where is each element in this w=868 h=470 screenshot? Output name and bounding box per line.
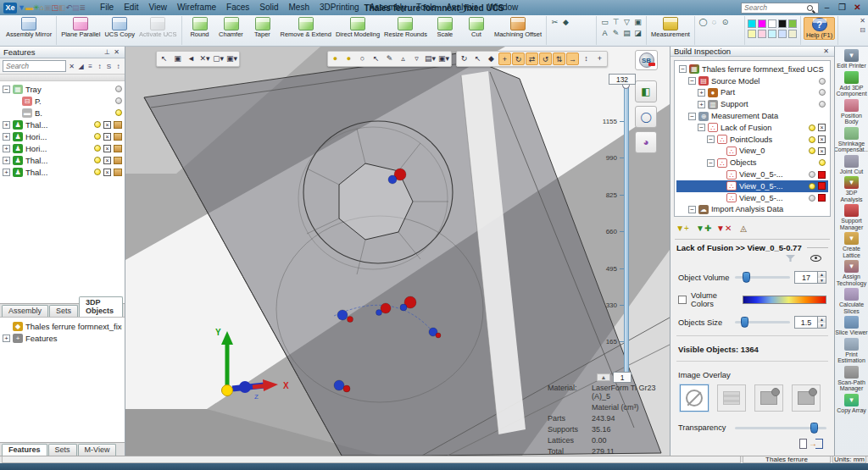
- tab-assembly[interactable]: Assembly: [2, 305, 48, 317]
- ribbon-button-help-f1-[interactable]: ?Help (F1): [804, 17, 835, 40]
- tool-icon[interactable]: ▽: [621, 17, 632, 27]
- defect-dot[interactable]: [388, 175, 397, 184]
- objects-size-value[interactable]: 1.5: [794, 316, 818, 329]
- toolbar-item-3dp-analysis[interactable]: ▾3DP Analysis: [835, 176, 868, 202]
- defect-dot[interactable]: [343, 385, 350, 392]
- viewport-tool-icon[interactable]: +: [498, 53, 511, 65]
- color-swatch[interactable]: [778, 19, 787, 28]
- inspection-tree-row[interactable]: −∴PointClouds×: [676, 134, 828, 146]
- menu-analysis[interactable]: Analysis: [441, 0, 482, 15]
- viewport-tool-icon[interactable]: ↻: [458, 53, 470, 65]
- tool-icon[interactable]: ▭: [599, 17, 610, 27]
- object-volume-spinner[interactable]: 17 ▲▼: [794, 271, 826, 284]
- viewport-tool-icon[interactable]: ●: [342, 53, 355, 65]
- toolbar-item-print-estimation[interactable]: Print Estimation: [835, 338, 868, 364]
- expander-icon[interactable]: +: [3, 145, 10, 152]
- viewport-tool-icon[interactable]: ▤▾: [424, 53, 437, 65]
- ribbon-button-measurement[interactable]: Measurement: [649, 17, 692, 38]
- close-button[interactable]: ✕: [850, 1, 865, 14]
- tab-m-view[interactable]: M-View: [78, 444, 117, 456]
- inspection-tree-row[interactable]: ∴View_0_5-...: [676, 180, 828, 192]
- ribbon-button-cut[interactable]: Cut: [461, 17, 492, 38]
- color-swatch[interactable]: [778, 30, 787, 38]
- slider-top-value[interactable]: 132: [609, 74, 636, 85]
- viewport-tool-icon[interactable]: ⇄: [526, 53, 538, 65]
- sort-icon[interactable]: ↕: [114, 63, 122, 70]
- tool-icon[interactable]: A: [599, 28, 610, 38]
- tool-icon[interactable]: ◪: [632, 28, 643, 38]
- overlay-button-image-badge-2[interactable]: [792, 384, 821, 412]
- undo-icon[interactable]: ↶: [65, 3, 72, 12]
- spin-down-icon[interactable]: ▼: [818, 278, 826, 284]
- viewport-tool-icon[interactable]: ✎: [383, 53, 396, 65]
- viewport-tool-icon[interactable]: ⇅: [553, 53, 565, 65]
- inspection-action-icon-2[interactable]: ▼✚: [696, 223, 709, 235]
- menu-view[interactable]: View: [143, 0, 172, 15]
- viewport-tool-icon[interactable]: ○: [356, 53, 369, 65]
- color-swatch[interactable]: [748, 19, 756, 28]
- menu-3dprinting[interactable]: 3DPrinting: [314, 0, 364, 15]
- menu-wireframe[interactable]: Wireframe: [172, 0, 221, 15]
- viewport-side-button-3[interactable]: ◕: [635, 131, 657, 153]
- clear-search-icon[interactable]: ✕: [68, 63, 75, 70]
- viewport-tool-icon[interactable]: ▵: [397, 53, 409, 65]
- ribbon-button-ucs-copy[interactable]: UCS Copy: [103, 17, 136, 38]
- expander-icon[interactable]: +: [3, 169, 10, 176]
- expander-icon[interactable]: +: [698, 101, 705, 108]
- toolbar-item-add-3dp-component[interactable]: Add 3DP Component: [835, 71, 868, 97]
- object-volume-value[interactable]: 17: [794, 271, 818, 284]
- ribbon-button-assembly-mirror[interactable]: Assembly Mirror: [4, 17, 53, 38]
- feature-tree-row[interactable]: −▦Tray: [0, 83, 125, 95]
- bulb-on-icon[interactable]: [809, 147, 815, 154]
- search-icon[interactable]: [807, 5, 813, 11]
- collapse-chevron-icon[interactable]: ▲: [597, 373, 610, 381]
- tool-icon[interactable]: ⊙: [720, 17, 731, 27]
- ribbon-button-round[interactable]: Round: [185, 17, 215, 38]
- bulb-off-icon[interactable]: [115, 86, 122, 92]
- menu-assembly[interactable]: Assembly: [364, 0, 411, 15]
- search-input[interactable]: [744, 3, 807, 12]
- viewport-tool-icon[interactable]: ▣▾: [225, 53, 238, 65]
- solid-box-icon[interactable]: [114, 145, 122, 152]
- bulb-on-icon[interactable]: [94, 121, 101, 128]
- feature-tree-row[interactable]: ⊟P.: [0, 95, 125, 107]
- toolbar-item-support-manager[interactable]: Support Manager: [835, 204, 868, 230]
- expander-icon[interactable]: −: [688, 77, 696, 85]
- feature-tree-row[interactable]: ▬B.: [0, 107, 125, 119]
- viewport-tool-icon[interactable]: ↖: [158, 53, 170, 65]
- expander-icon[interactable]: −: [688, 113, 696, 120]
- inspection-tree-row[interactable]: −∴CT Scan: [676, 215, 828, 217]
- viewport-tool-icon[interactable]: ◄: [185, 53, 198, 65]
- color-swatch-red[interactable]: [818, 171, 826, 179]
- checkbox-icon[interactable]: ×: [103, 145, 111, 152]
- features-search-input[interactable]: [3, 60, 66, 72]
- inspection-tree-row[interactable]: −⊕Measurement Data: [676, 110, 828, 122]
- ribbon-button-remove-extend[interactable]: Remove & Extend: [279, 17, 333, 38]
- tab-sets[interactable]: Sets: [49, 305, 78, 317]
- sort-icon[interactable]: ≡: [86, 63, 94, 70]
- close-icon[interactable]: ✕: [821, 47, 831, 55]
- sort-icon[interactable]: ↕: [96, 63, 103, 70]
- inspection-tree-row[interactable]: ∴View_0_5-...: [676, 192, 828, 204]
- ribbon-button-chamfer[interactable]: Chamfer: [216, 17, 247, 38]
- inspection-tree-row[interactable]: −▤Source Model: [676, 75, 828, 87]
- clipboard-icon[interactable]: ▤: [72, 3, 80, 12]
- color-swatch-red[interactable]: [818, 182, 826, 190]
- toolbar-item-copy-array[interactable]: ▾Copy Array: [835, 394, 868, 414]
- color-swatch[interactable]: [788, 30, 797, 38]
- bulb-on-icon[interactable]: [94, 133, 101, 140]
- exit-icon[interactable]: [815, 439, 823, 449]
- color-swatch-red[interactable]: [818, 194, 826, 202]
- expander-icon[interactable]: +: [3, 121, 10, 129]
- expander-icon[interactable]: +: [3, 157, 10, 164]
- tool-icon[interactable]: ▤: [621, 28, 632, 38]
- ribbon-button-direct-modeling[interactable]: Direct Modeling: [334, 17, 381, 38]
- tool-icon[interactable]: ▣: [632, 17, 643, 27]
- volume-colors-checkbox[interactable]: [678, 296, 687, 304]
- viewport-tool-icon[interactable]: ↻: [512, 53, 525, 65]
- inspection-tree-row[interactable]: −☁Import Analysis Data: [676, 204, 828, 216]
- bulb-off-icon[interactable]: [809, 171, 815, 178]
- inspection-tree-row[interactable]: −∴Objects: [676, 157, 828, 169]
- report-icon[interactable]: [799, 439, 807, 449]
- inspection-tree-row[interactable]: −▦Thales ferrure formnext_fixed UCS: [676, 64, 828, 75]
